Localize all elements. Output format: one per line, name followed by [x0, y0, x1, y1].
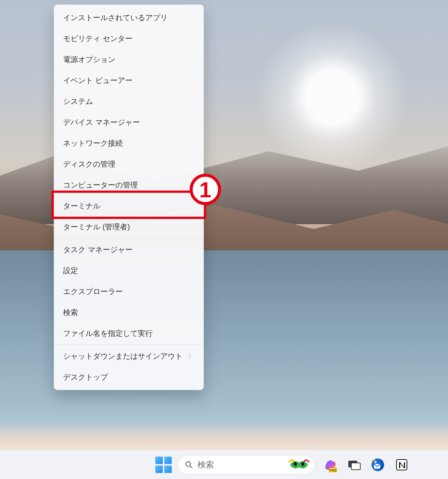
menu-item-file-explorer[interactable]: エクスプローラー — [54, 281, 203, 302]
windows-logo-tile — [164, 457, 172, 464]
taskbar-search-box[interactable]: 検索 — [178, 455, 315, 475]
menu-item-label: ターミナル (管理者) — [63, 222, 130, 232]
menu-item-label: タスク マネージャー — [63, 245, 133, 255]
search-placeholder: 検索 — [197, 459, 284, 470]
menu-item-device-manager[interactable]: デバイス マネージャー — [54, 112, 203, 133]
menu-item-label: ターミナル — [63, 201, 100, 211]
menu-item-label: イベント ビューアー — [63, 75, 133, 86]
menu-item-installed-apps[interactable]: インストールされているアプリ — [54, 7, 203, 28]
menu-item-label: ネットワーク接続 — [63, 138, 123, 148]
menu-item-task-manager[interactable]: タスク マネージャー — [54, 239, 203, 260]
menu-item-label: 電源オプション — [63, 55, 115, 65]
start-button[interactable] — [155, 457, 172, 473]
windows-logo-tile — [164, 466, 172, 473]
menu-item-label: システム — [63, 96, 93, 106]
chevron-right-icon: 〉 — [188, 352, 195, 361]
menu-item-label: コンピューターの管理 — [63, 180, 138, 190]
svg-text:PRE: PRE — [330, 469, 337, 472]
menu-item-desktop[interactable]: デスクトップ — [54, 367, 203, 387]
wallpaper-shore — [0, 422, 448, 452]
menu-item-label: ファイル名を指定して実行 — [63, 328, 153, 339]
windows-logo-tile — [155, 466, 163, 473]
menu-item-label: シャットダウンまたはサインアウト — [63, 351, 183, 361]
menu-item-power-options[interactable]: 電源オプション — [54, 49, 203, 70]
menu-item-label: デバイス マネージャー — [63, 117, 140, 127]
menu-item-disk-management[interactable]: ディスクの管理 — [54, 154, 203, 174]
search-icon — [185, 461, 193, 469]
winx-context-menu: インストールされているアプリ モビリティ センター 電源オプション イベント ビ… — [54, 4, 204, 390]
svg-line-1 — [190, 466, 192, 468]
windows-logo-tile — [155, 457, 163, 464]
menu-item-label: 検索 — [63, 308, 78, 318]
task-view-icon[interactable] — [345, 456, 363, 474]
menu-item-network-connections[interactable]: ネットワーク接続 — [54, 133, 203, 154]
svg-point-10 — [376, 461, 377, 463]
menu-item-run[interactable]: ファイル名を指定して実行 — [54, 323, 203, 344]
menu-item-label: インストールされているアプリ — [63, 13, 168, 23]
copilot-preview-icon[interactable]: PRE — [321, 456, 339, 474]
menu-item-system[interactable]: システム — [54, 91, 203, 112]
svg-point-2 — [294, 462, 297, 466]
menu-item-settings[interactable]: 設定 — [54, 260, 203, 281]
menu-item-label: デスクトップ — [63, 372, 108, 382]
thunderbird-icon[interactable] — [369, 456, 387, 474]
menu-item-label: 設定 — [63, 266, 78, 276]
menu-item-search[interactable]: 検索 — [54, 302, 203, 323]
svg-rect-7 — [351, 463, 360, 470]
menu-separator — [54, 238, 203, 238]
menu-item-label: モビリティ センター — [63, 34, 133, 44]
notion-icon[interactable] — [393, 456, 411, 474]
search-highlight-icon — [289, 458, 309, 472]
svg-point-3 — [301, 462, 304, 466]
menu-item-terminal[interactable]: ターミナル — [54, 195, 203, 216]
menu-item-label: ディスクの管理 — [63, 159, 115, 169]
menu-item-computer-management[interactable]: コンピューターの管理 — [54, 174, 203, 195]
menu-item-label: エクスプローラー — [63, 287, 123, 297]
menu-separator — [54, 344, 203, 345]
menu-item-mobility-center[interactable]: モビリティ センター — [54, 28, 203, 49]
taskbar: 検索 PRE — [0, 450, 448, 479]
menu-item-terminal-admin[interactable]: ターミナル (管理者) — [54, 216, 203, 237]
annotation-number: 1 — [199, 177, 211, 202]
menu-item-shutdown-signout[interactable]: シャットダウンまたはサインアウト 〉 — [54, 346, 203, 367]
annotation-number-badge: 1 — [190, 174, 221, 205]
menu-item-event-viewer[interactable]: イベント ビューアー — [54, 70, 203, 91]
